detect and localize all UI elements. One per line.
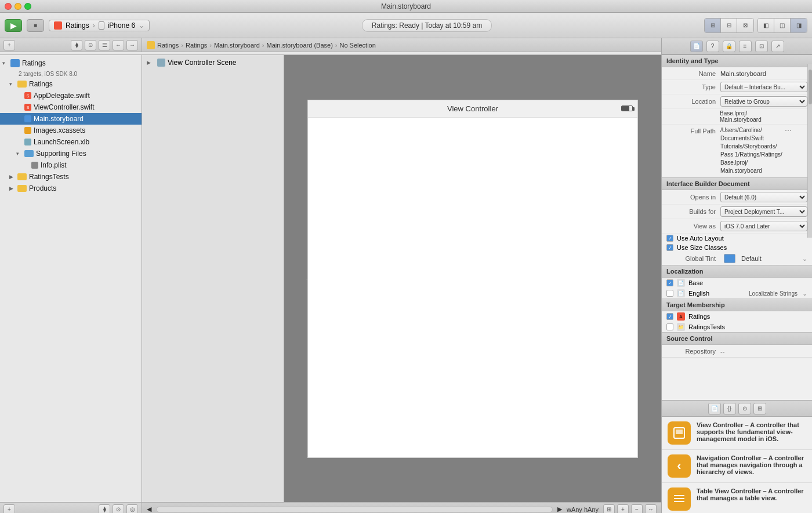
sidebar-item-infoplist[interactable]: Info.plist [0, 159, 142, 171]
full-path-reveal[interactable]: ⋯ [785, 126, 792, 134]
horizontal-scrollbar[interactable] [156, 507, 553, 512]
object-library: 📄 {} ⊙ ⊞ View Controller – A controller … [662, 400, 812, 513]
sidebar-item-appdelegate[interactable]: S AppDelegate.swift [0, 90, 142, 101]
zoom-controls[interactable]: ⊞ + − ↔ [603, 504, 657, 514]
source-control-section: Source Control Repository -- [662, 333, 812, 358]
english-checkbox[interactable] [666, 290, 673, 297]
editor-mode-group[interactable]: ⊞ ⊟ ⊠ [704, 18, 754, 33]
english-dropdown[interactable]: ⌄ [802, 290, 807, 297]
ratings-target-icon: A [677, 312, 685, 321]
standard-editor-button[interactable]: ⊞ [705, 19, 721, 32]
zoom-in-button[interactable]: + [617, 504, 629, 514]
minimize-button[interactable] [14, 3, 21, 10]
scroll-left-btn[interactable]: ◀ [147, 505, 151, 513]
scroll-right-btn[interactable]: ▶ [557, 505, 562, 513]
view-mode-group[interactable]: ◧ ◫ ◨ [757, 18, 807, 33]
nav-obj-icon: ‹ [668, 454, 691, 478]
zoom-100-button[interactable]: ↔ [645, 504, 657, 514]
sidebar-item-supporting-files[interactable]: ▾ Supporting Files [0, 148, 142, 159]
zoom-out-button[interactable]: − [631, 504, 643, 514]
breadcrumb-ratings1[interactable]: Ratings [157, 42, 179, 49]
tvc-obj-title: Table View Controller – A controller tha… [697, 487, 806, 501]
location-row: Location Relative to Group [662, 94, 812, 109]
opens-in-select[interactable]: Default (6.0) [720, 192, 807, 202]
breadcrumb-main-storyboard[interactable]: Main.storyboard [214, 42, 260, 49]
inspector-tabs[interactable]: 📄 ? 🔒 ≡ ⊡ ↗ [661, 38, 812, 54]
obj-view-controller[interactable]: View Controller – A controller that supp… [662, 417, 812, 450]
sidebar-item-project[interactable]: ▾ Ratings [0, 57, 142, 69]
recent-button[interactable]: ⊙ [85, 40, 96, 50]
version-editor-button[interactable]: ⊠ [737, 19, 753, 32]
navigator-toggle[interactable]: ◧ [758, 19, 774, 32]
assistant-editor-button[interactable]: ⊟ [721, 19, 737, 32]
run-button[interactable]: ▶ [5, 19, 22, 32]
auto-layout-checkbox[interactable]: ✓ [666, 235, 673, 242]
nav-fwd[interactable]: → [126, 40, 138, 50]
base-checkbox[interactable]: ✓ [666, 279, 673, 286]
inspector-scrollbar[interactable] [807, 64, 812, 238]
ratings-tests-target-checkbox[interactable] [666, 323, 673, 330]
quick-help-tab[interactable]: ? [706, 41, 719, 52]
iphone-frame[interactable]: View Controller [307, 100, 638, 458]
sidebar-item-ratings-tests[interactable]: ▶ RatingsTests [0, 171, 142, 183]
nav-back[interactable]: ← [113, 40, 124, 50]
images-arrow [16, 128, 24, 133]
maximize-button[interactable] [24, 3, 31, 10]
window-controls[interactable] [5, 3, 31, 10]
images-label: Images.xcassets [34, 126, 85, 134]
size-classes-checkbox[interactable]: ✓ [666, 244, 673, 251]
view-as-select[interactable]: iOS 7.0 and Later [720, 221, 807, 231]
bc-icon [147, 41, 155, 49]
scheme-selector[interactable]: Ratings › iPhone 6 ⌄ [49, 20, 150, 31]
obj-table-view-controller[interactable]: Table View Controller – A controller tha… [662, 483, 812, 513]
title-bar: Main.storyboard [0, 0, 812, 13]
objects-tab[interactable]: 📄 [708, 403, 721, 414]
connections-inspector-tab[interactable]: ↗ [771, 41, 784, 52]
sidebar-footer: + ⧫ ⊙ ◎ [0, 502, 142, 513]
stop-button[interactable]: ■ [27, 19, 44, 32]
global-tint-swatch[interactable] [724, 254, 735, 263]
obj-navigation-controller[interactable]: ‹ Navigation Controller – A controller t… [662, 450, 812, 483]
type-label: Type [666, 83, 716, 90]
object-library-tabs[interactable]: 📄 {} ⊙ ⊞ [662, 401, 812, 417]
appdelegate-label: AppDelegate.swift [34, 92, 90, 100]
size-inspector-tab[interactable]: ⊡ [755, 41, 768, 52]
sort-button[interactable]: ☰ [99, 40, 110, 50]
zoom-fit-button[interactable]: ⊞ [603, 504, 615, 514]
identity-inspector-tab[interactable]: 🔒 [723, 41, 735, 52]
sidebar-item-images[interactable]: Images.xcassets [0, 125, 142, 136]
sidebar-item-launchscreen[interactable]: LaunchScreen.xib [0, 136, 142, 148]
breadcrumb-ratings2[interactable]: Ratings [186, 42, 207, 49]
classes-tab[interactable]: {} [723, 403, 736, 414]
ratings-target-checkbox[interactable]: ✓ [666, 313, 673, 320]
file-inspector-tab[interactable]: 📄 [690, 41, 703, 52]
debug-toggle[interactable]: ◫ [774, 19, 791, 32]
attributes-inspector-tab[interactable]: ≡ [739, 41, 752, 52]
locate-button[interactable]: ◎ [126, 504, 138, 514]
type-select[interactable]: Default – Interface Bu... [720, 82, 807, 92]
ratings-target-label: Ratings [688, 313, 710, 320]
tint-dropdown[interactable]: ⌄ [802, 255, 807, 263]
ib-scene-item[interactable]: ▶ View Controller Scene [142, 57, 284, 68]
add-button[interactable]: + [3, 40, 15, 50]
products-label: Products [29, 184, 56, 192]
breadcrumb-base[interactable]: Main.storyboard (Base) [266, 42, 332, 49]
snippets-tab[interactable]: ⊞ [753, 403, 766, 414]
location-select[interactable]: Relative to Group [720, 96, 807, 107]
sidebar: ▾ Ratings 2 targets, iOS SDK 8.0 ▾ Ratin… [0, 55, 142, 513]
filter-button[interactable]: ⧫ [71, 40, 82, 50]
resources-tab[interactable]: ⊙ [738, 403, 751, 414]
close-button[interactable] [5, 3, 12, 10]
scene-label: View Controller Scene [168, 59, 237, 67]
breadcrumb: Ratings › Ratings › Main.storyboard › Ma… [142, 38, 661, 52]
filter-sidebar-button[interactable]: ⧫ [99, 504, 110, 514]
sidebar-item-viewcontroller[interactable]: S ViewController.swift [0, 101, 142, 113]
add-file-button[interactable]: + [3, 504, 15, 514]
clock-button[interactable]: ⊙ [113, 504, 124, 514]
inspector-toggle[interactable]: ◨ [791, 19, 807, 32]
sidebar-item-main-storyboard[interactable]: Main.storyboard [0, 113, 142, 125]
sidebar-item-ratings-group[interactable]: ▾ Ratings [0, 78, 142, 90]
sidebar-item-products[interactable]: ▶ Products [0, 183, 142, 194]
device-name: iPhone 6 [108, 21, 135, 30]
builds-for-select[interactable]: Project Deployment T... [720, 206, 807, 217]
